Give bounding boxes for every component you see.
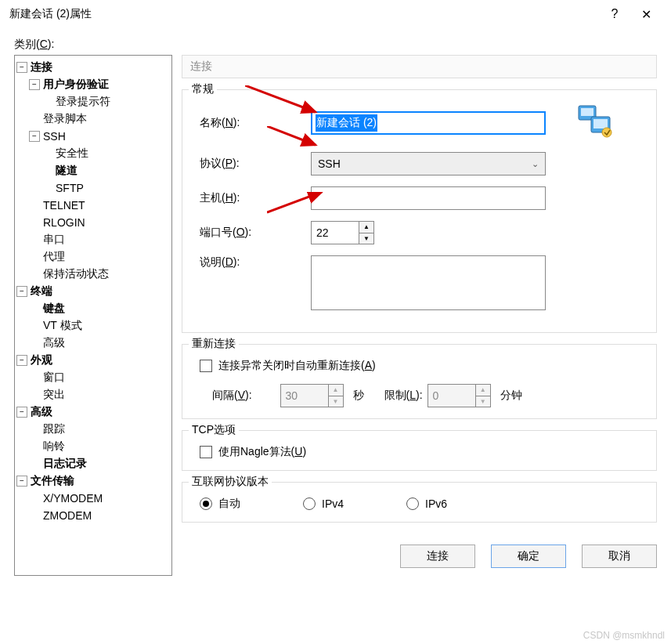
group-tcp-title: TCP选项 — [189, 423, 239, 437]
tree-item-vt-mode[interactable]: VT 模式 — [16, 317, 170, 335]
limit-spinner: ▲▼ — [427, 384, 491, 407]
collapse-icon[interactable]: − — [29, 131, 40, 142]
svg-rect-3 — [593, 119, 608, 128]
collapse-icon[interactable]: − — [16, 286, 27, 297]
tree-item-ssh[interactable]: −SSH — [16, 128, 170, 145]
tree-item-connection[interactable]: − 连接 — [16, 59, 170, 76]
host-input[interactable] — [311, 186, 546, 210]
help-button[interactable]: ? — [599, 2, 630, 26]
tree-item-trace[interactable]: 跟踪 — [16, 421, 170, 438]
tree-item-zmodem[interactable]: ZMODEM — [16, 507, 170, 524]
collapse-icon[interactable]: − — [16, 62, 27, 73]
cancel-button[interactable]: 取消 — [582, 545, 657, 568]
nagle-label: 使用Nagle算法(U) — [218, 445, 306, 459]
spin-up-icon[interactable]: ▲ — [359, 222, 373, 233]
spin-down-icon: ▼ — [476, 396, 490, 407]
tree-item-tunnel[interactable]: 隧道 — [16, 162, 170, 179]
tree-item-login-script[interactable]: 登录脚本 — [16, 110, 170, 128]
ok-button[interactable]: 确定 — [491, 545, 566, 568]
tree-item-logging[interactable]: 日志记录 — [16, 455, 170, 472]
spin-up-icon: ▲ — [329, 385, 343, 396]
host-label: 主机(H): — [193, 191, 303, 205]
chevron-down-icon: ⌄ — [532, 159, 539, 169]
svg-rect-1 — [581, 108, 593, 116]
tree-item-bell[interactable]: 响铃 — [16, 438, 170, 455]
auto-reconnect-checkbox[interactable] — [200, 360, 212, 372]
group-ipversion: 互联网协议版本 自动 IPv4 IPv6 — [182, 482, 657, 523]
collapse-icon[interactable]: − — [29, 79, 40, 90]
connection-icon — [577, 104, 615, 141]
tree-item-keyboard[interactable]: 键盘 — [16, 300, 170, 317]
tree-item-keepalive[interactable]: 保持活动状态 — [16, 266, 170, 283]
ip-auto-radio[interactable]: 自动 — [200, 497, 240, 511]
interval-input — [281, 385, 328, 407]
tree-item-highlight[interactable]: 突出 — [16, 386, 170, 403]
tree-item-file-transfer[interactable]: −文件传输 — [16, 472, 170, 490]
watermark: CSDN @msmkhndl — [583, 630, 665, 641]
tree-item-advanced2[interactable]: −高级 — [16, 403, 170, 421]
spin-down-icon[interactable]: ▼ — [359, 233, 373, 244]
group-reconnect-title: 重新连接 — [189, 337, 239, 351]
interval-spinner: ▲▼ — [280, 384, 344, 407]
ip-v4-radio[interactable]: IPv4 — [303, 497, 344, 510]
auto-reconnect-label: 连接异常关闭时自动重新连接(A) — [218, 359, 376, 373]
connect-button[interactable]: 连接 — [400, 545, 475, 568]
ip-v6-radio[interactable]: IPv6 — [406, 497, 447, 510]
name-label: 名称(N): — [193, 116, 303, 130]
collapse-icon[interactable]: − — [16, 355, 27, 366]
group-tcp: TCP选项 使用Nagle算法(U) — [182, 430, 657, 471]
tree-item-user-auth[interactable]: − 用户身份验证 — [16, 76, 170, 93]
category-tree[interactable]: − 连接 − 用户身份验证 登录提示符 — [14, 55, 172, 576]
group-general: 常规 名称(N): 新建会话 (2) — [182, 89, 657, 333]
window-title: 新建会话 (2)属性 — [9, 7, 599, 21]
panel-header: 连接 — [182, 55, 657, 78]
limit-input — [428, 385, 475, 407]
category-label: 类别(C): — [14, 38, 657, 52]
description-input[interactable] — [311, 255, 546, 310]
tree-item-telnet[interactable]: TELNET — [16, 197, 170, 214]
protocol-label: 协议(P): — [193, 157, 303, 171]
desc-label: 说明(D): — [193, 255, 303, 270]
group-general-title: 常规 — [189, 82, 217, 96]
spin-up-icon: ▲ — [476, 385, 490, 396]
tree-item-xymodem[interactable]: X/YMODEM — [16, 490, 170, 507]
collapse-icon[interactable]: − — [16, 476, 27, 487]
port-label: 端口号(O): — [193, 226, 303, 240]
tree-item-rlogin[interactable]: RLOGIN — [16, 214, 170, 231]
protocol-select[interactable]: SSH ⌄ — [311, 152, 546, 175]
nagle-checkbox[interactable] — [200, 446, 212, 458]
spin-down-icon: ▼ — [329, 396, 343, 407]
tree-item-proxy[interactable]: 代理 — [16, 248, 170, 266]
group-reconnect: 重新连接 连接异常关闭时自动重新连接(A) 间隔(V): ▲▼ 秒 限制(L): — [182, 344, 657, 419]
tree-item-terminal[interactable]: −终端 — [16, 283, 170, 300]
tree-item-window[interactable]: 窗口 — [16, 369, 170, 386]
limit-label: 限制(L): — [384, 389, 423, 403]
port-input[interactable] — [312, 222, 359, 244]
tree-item-sftp[interactable]: SFTP — [16, 179, 170, 197]
interval-unit: 秒 — [353, 389, 364, 403]
close-button[interactable]: ✕ — [630, 2, 662, 26]
port-spinner[interactable]: ▲▼ — [311, 221, 374, 244]
tree-item-security[interactable]: 安全性 — [16, 145, 170, 162]
tree-item-login-prompt[interactable]: 登录提示符 — [16, 93, 170, 110]
interval-label: 间隔(V): — [212, 389, 252, 403]
tree-item-appearance[interactable]: −外观 — [16, 352, 170, 369]
name-input[interactable]: 新建会话 (2) — [311, 111, 546, 135]
limit-unit: 分钟 — [500, 389, 522, 403]
svg-point-4 — [602, 128, 611, 137]
tree-item-advanced1[interactable]: 高级 — [16, 335, 170, 352]
group-ipversion-title: 互联网协议版本 — [189, 475, 272, 489]
tree-item-serial[interactable]: 串口 — [16, 231, 170, 248]
collapse-icon[interactable]: − — [16, 407, 27, 418]
